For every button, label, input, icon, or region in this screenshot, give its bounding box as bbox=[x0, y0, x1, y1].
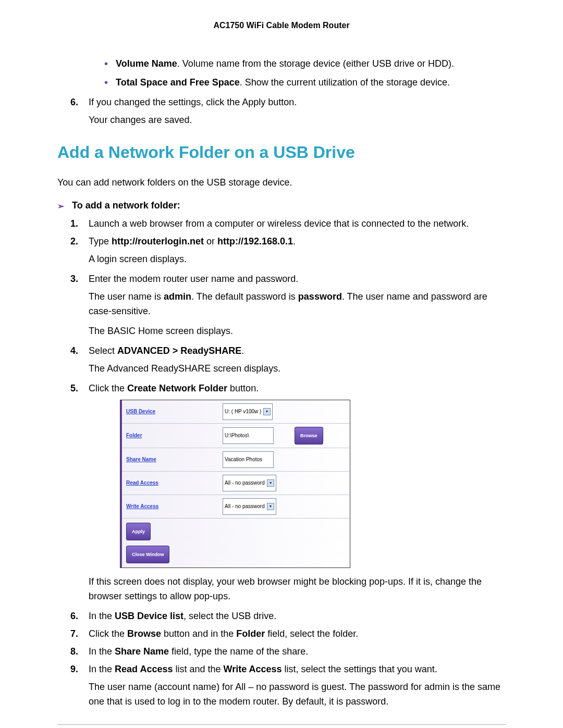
section-intro: You can add network folders on the USB s… bbox=[57, 175, 506, 190]
document-title: AC1750 WiFi Cable Modem Router bbox=[57, 21, 506, 30]
step-number: 2. bbox=[70, 234, 78, 249]
text: list, select the settings that you want. bbox=[282, 664, 437, 674]
usb-device-select[interactable]: U: ( HP v100w ) ▾ bbox=[223, 403, 273, 420]
chevron-down-icon: ▾ bbox=[263, 408, 271, 415]
close-window-button[interactable]: Close Window bbox=[126, 546, 169, 563]
desc: . Show the current utilization of the st… bbox=[240, 77, 450, 88]
step-number: 4. bbox=[70, 343, 78, 358]
step-para: The BASIC Home screen displays. bbox=[89, 324, 506, 338]
step-2: 2. Type http://routerlogin.net or http:/… bbox=[57, 234, 506, 266]
text: list and the bbox=[173, 664, 223, 674]
step-1: 1. Launch a web browser from a computer … bbox=[57, 216, 506, 231]
step-6: 6. If you changed the settings, click th… bbox=[57, 95, 506, 127]
footer-divider bbox=[57, 724, 506, 725]
label-write-access[interactable]: Write Access bbox=[126, 499, 223, 514]
volume-info-list: Volume Name. Volume name from the storag… bbox=[57, 56, 506, 90]
folder-input[interactable]: U:\Photos\ bbox=[223, 427, 274, 444]
apply-button[interactable]: Apply bbox=[126, 523, 151, 540]
step-para: The user name (account name) for All – n… bbox=[89, 680, 506, 709]
create-folder-dialog: USB Device U: ( HP v100w ) ▾ Folder U:\P… bbox=[120, 400, 350, 568]
top-step-list: 6. If you changed the settings, click th… bbox=[57, 95, 506, 127]
step-3: 3. Enter the modem router user name and … bbox=[57, 272, 506, 338]
select-value: All - no password bbox=[225, 476, 265, 490]
step-number: 6. bbox=[70, 609, 78, 623]
chevron-down-icon: ▾ bbox=[267, 479, 274, 487]
chevron-down-icon: ▾ bbox=[267, 503, 274, 510]
step-number: 7. bbox=[70, 626, 78, 641]
step-text: If you changed the settings, click the A… bbox=[89, 97, 297, 107]
select-value: U: ( HP v100w ) bbox=[225, 404, 261, 419]
step-5: 5. Click the Create Network Folder butto… bbox=[57, 381, 506, 603]
text: Select bbox=[89, 346, 117, 356]
field-name: Write Access bbox=[224, 664, 282, 674]
step-9: 9. In the Read Access list and the Write… bbox=[57, 662, 506, 709]
text: Click the bbox=[89, 383, 127, 393]
text: field, select the folder. bbox=[265, 628, 358, 639]
step-sub: A login screen displays. bbox=[89, 252, 506, 266]
label-usb-device[interactable]: USB Device bbox=[126, 404, 223, 419]
text: The user name is bbox=[89, 291, 164, 302]
label-read-access[interactable]: Read Access bbox=[126, 476, 223, 490]
step-number: 5. bbox=[70, 381, 78, 396]
text: field, type the name of the share. bbox=[169, 646, 308, 657]
step-8: 8. In the Share Name field, type the nam… bbox=[57, 644, 506, 659]
menu-path: ADVANCED > ReadySHARE bbox=[117, 346, 241, 356]
procedure-steps: 1. Launch a web browser from a computer … bbox=[57, 216, 506, 709]
text: or bbox=[204, 236, 217, 246]
browse-button[interactable]: Browse bbox=[295, 427, 323, 445]
text: , select the USB drive. bbox=[183, 611, 276, 621]
button-name: Create Network Folder bbox=[127, 383, 227, 393]
text: In the bbox=[89, 664, 115, 674]
step-para: The user name is admin. The default pass… bbox=[89, 289, 506, 318]
text: . bbox=[241, 346, 244, 356]
term: Total Space and Free Space bbox=[116, 77, 240, 88]
step-sub: The Advanced ReadySHARE screen displays. bbox=[89, 361, 506, 376]
label-folder[interactable]: Folder bbox=[126, 428, 223, 443]
field-name: Folder bbox=[236, 628, 265, 639]
button-name: Browse bbox=[127, 628, 161, 639]
step-after: If this screen does not display, your we… bbox=[89, 574, 506, 603]
row-usb-device: USB Device U: ( HP v100w ) ▾ bbox=[122, 400, 350, 424]
term: Volume Name bbox=[116, 58, 177, 69]
share-name-input[interactable]: Vacation Photos bbox=[223, 451, 274, 468]
step-number: 9. bbox=[70, 662, 78, 676]
text: In the bbox=[89, 611, 115, 621]
step-number: 1. bbox=[70, 216, 78, 231]
url-2: http://192.168.0.1 bbox=[217, 236, 293, 246]
field-name: USB Device list bbox=[115, 611, 183, 621]
label-share-name[interactable]: Share Name bbox=[126, 452, 223, 467]
read-access-select[interactable]: All - no password ▾ bbox=[223, 475, 276, 491]
url-1: http://routerlogin.net bbox=[112, 236, 204, 246]
step-number: 3. bbox=[70, 272, 78, 286]
step-text: Enter the modem router user name and pas… bbox=[89, 274, 298, 284]
field-name: Share Name bbox=[115, 646, 169, 657]
step-number: 6. bbox=[70, 95, 78, 109]
step-number: 8. bbox=[70, 644, 78, 659]
section-heading: Add a Network Folder on a USB Drive bbox=[57, 143, 506, 162]
step-sub: Your changes are saved. bbox=[89, 113, 506, 127]
step-text: Launch a web browser from a computer or … bbox=[89, 218, 469, 229]
desc: . Volume name from the storage device (e… bbox=[177, 58, 454, 69]
list-item: Volume Name. Volume name from the storag… bbox=[57, 56, 506, 71]
row-read-access: Read Access All - no password ▾ bbox=[122, 472, 350, 495]
document-page: AC1750 WiFi Cable Modem Router Volume Na… bbox=[0, 0, 563, 728]
password: password bbox=[298, 291, 342, 302]
text: . The default password is bbox=[191, 291, 298, 302]
admin: admin bbox=[164, 291, 191, 302]
dialog-actions: Apply Close Window bbox=[122, 519, 350, 567]
text: . bbox=[293, 236, 296, 246]
row-share-name: Share Name Vacation Photos bbox=[122, 448, 350, 472]
select-value: All - no password bbox=[225, 499, 265, 514]
text: button and in the bbox=[161, 628, 236, 639]
procedure-heading: To add a network folder: bbox=[57, 200, 506, 211]
step-6b: 6. In the USB Device list, select the US… bbox=[57, 609, 506, 623]
field-name: Read Access bbox=[115, 664, 173, 674]
step-4: 4. Select ADVANCED > ReadySHARE. The Adv… bbox=[57, 343, 506, 376]
write-access-select[interactable]: All - no password ▾ bbox=[223, 498, 276, 515]
text: button. bbox=[227, 383, 259, 393]
text: Click the bbox=[89, 628, 127, 639]
row-write-access: Write Access All - no password ▾ bbox=[122, 495, 350, 519]
text: In the bbox=[89, 646, 115, 657]
row-folder: Folder U:\Photos\ Browse bbox=[122, 424, 350, 448]
step-7: 7. Click the Browse button and in the Fo… bbox=[57, 626, 506, 641]
